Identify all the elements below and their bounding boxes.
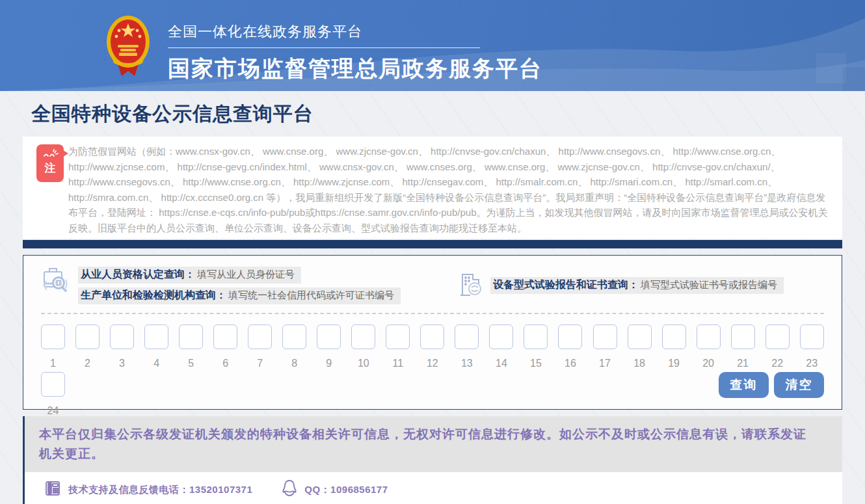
code-input-12[interactable] — [420, 325, 444, 349]
device-query-title: 设备型式试验报告和证书查询： — [493, 279, 639, 290]
qq-contact: QQ：1096856177 — [304, 484, 388, 496]
code-input-11[interactable] — [386, 325, 410, 349]
code-input-17[interactable] — [593, 325, 617, 349]
code-input-5[interactable] — [179, 325, 203, 349]
code-index-label: 21 — [731, 358, 755, 369]
code-cell: 14 — [489, 325, 513, 369]
page-title: 全国特种设备公示信息查询平台 — [31, 101, 842, 127]
code-box-row-2: 24 — [41, 372, 65, 417]
code-cell: 4 — [144, 325, 168, 369]
site-header: 全国一体化在线政务服务平台 国家市场监督管理总局政务服务平台 — [0, 0, 865, 91]
code-cell: 16 — [558, 325, 582, 369]
code-cell: 12 — [420, 325, 444, 369]
code-index-label: 22 — [765, 358, 790, 369]
code-index-label: 16 — [558, 358, 582, 369]
code-input-13[interactable] — [455, 325, 479, 349]
device-query-hint: 填写型式试验证书号或报告编号 — [641, 279, 777, 290]
notice-badge-label: 注 — [36, 161, 64, 176]
code-input-6[interactable] — [213, 325, 237, 349]
phone-contact: 技术支持及信息反馈电话：13520107371 — [68, 484, 252, 496]
code-input-18[interactable] — [628, 325, 652, 349]
code-index-label: 2 — [75, 358, 100, 369]
phone-label: 技术支持及信息反馈电话： — [68, 484, 189, 495]
code-input-21[interactable] — [731, 325, 755, 349]
code-index-label: 23 — [800, 358, 824, 369]
code-cell: 1 — [41, 325, 65, 369]
qq-number: 1096856177 — [330, 484, 388, 495]
qq-icon — [282, 479, 297, 500]
code-input-8[interactable] — [282, 325, 306, 349]
person-query-label: 从业人员资格认定查询：填写从业人员身份证号 — [78, 267, 301, 284]
code-cell: 19 — [662, 325, 686, 369]
search-button[interactable]: 查询 — [719, 372, 769, 398]
code-input-20[interactable] — [697, 325, 721, 349]
code-cell: 20 — [697, 325, 721, 369]
code-index-label: 6 — [213, 358, 237, 369]
code-input-16[interactable] — [558, 325, 582, 349]
code-index-label: 5 — [179, 358, 203, 369]
code-cell: 15 — [524, 325, 548, 369]
code-cell: 11 — [386, 325, 410, 369]
code-index-label: 4 — [144, 358, 168, 369]
code-index-label: 7 — [248, 358, 272, 369]
code-input-9[interactable] — [317, 325, 341, 349]
code-cell: 10 — [351, 325, 375, 369]
package-search-icon — [41, 267, 71, 308]
code-index-label: 10 — [351, 358, 375, 369]
code-cell: 13 — [455, 325, 479, 369]
qq-label: QQ： — [304, 484, 330, 495]
code-cell: 8 — [282, 325, 306, 369]
code-input-19[interactable] — [662, 325, 686, 349]
platform-label: 全国一体化在线政务服务平台 — [168, 22, 480, 48]
code-cell: 17 — [593, 325, 617, 369]
code-cell: 9 — [317, 325, 341, 369]
code-index-label: 11 — [386, 358, 410, 369]
code-index-label: 13 — [455, 358, 479, 369]
code-box-row-1: 1234567891011121314151617181920212223 — [41, 325, 824, 369]
code-input-1[interactable] — [41, 325, 65, 349]
code-input-7[interactable] — [248, 325, 272, 349]
unit-query-label: 生产单位和检验检测机构查询：填写统一社会信用代码或许可证书编号 — [78, 287, 401, 304]
disclaimer-text: 本平台仅归集公示各级发证机关颁发的特种设备相关许可信息，无权对许可信息进行修改。… — [25, 416, 842, 472]
code-input-3[interactable] — [110, 325, 134, 349]
notice-text: 为防范假冒网站（例如：www.cnsx-gov.cn、 www.cnse.org… — [68, 144, 834, 235]
code-input-2[interactable] — [75, 325, 100, 349]
code-cell: 2 — [75, 325, 100, 369]
code-index-label: 15 — [524, 358, 548, 369]
phone-number: 13520107371 — [189, 484, 252, 495]
clear-button[interactable]: 清空 — [774, 372, 824, 398]
alert-face-icon — [36, 149, 64, 161]
code-cell: 3 — [110, 325, 134, 369]
code-cell: 6 — [213, 325, 237, 369]
main-content: 全国特种设备公示信息查询平台 注 为防范假冒网站（例如：www.cnsx-gov… — [0, 101, 865, 504]
code-index-label: 18 — [628, 358, 652, 369]
code-cell: 24 — [41, 372, 65, 417]
building-search-icon — [457, 271, 483, 300]
code-index-label: 9 — [317, 358, 341, 369]
code-input-14[interactable] — [489, 325, 513, 349]
code-cell: 18 — [628, 325, 652, 369]
device-query-label: 设备型式试验报告和证书查询：填写型式试验证书号或报告编号 — [490, 277, 784, 294]
platform-label-text: 全国一体化在线政务服务平台 — [168, 23, 362, 40]
code-index-label: 24 — [41, 405, 65, 417]
code-cell: 7 — [248, 325, 272, 369]
site-title: 国家市场监督管理总局政务服务平台 — [168, 54, 542, 84]
code-index-label: 1 — [41, 358, 65, 369]
notice-badge: 注 — [36, 144, 64, 182]
unit-query-title: 生产单位和检验检测机构查询： — [81, 289, 226, 300]
code-cell: 21 — [731, 325, 755, 369]
code-input-4[interactable] — [144, 325, 168, 349]
code-input-10[interactable] — [351, 325, 375, 349]
code-input-15[interactable] — [524, 325, 548, 349]
code-index-label: 20 — [697, 358, 721, 369]
footer-card: 本平台仅归集公示各级发证机关颁发的特种设备相关许可信息，无权对许可信息进行修改。… — [23, 416, 842, 504]
page: 全国一体化在线政务服务平台 国家市场监督管理总局政务服务平台 全国特种设备公示信… — [0, 0, 865, 504]
code-input-22[interactable] — [765, 325, 790, 349]
notice-card: 注 为防范假冒网站（例如：www.cnsx-gov.cn、 www.cnse.o… — [23, 137, 842, 239]
unit-query-hint: 填写统一社会信用代码或许可证书编号 — [228, 289, 394, 300]
code-input-23[interactable] — [800, 325, 824, 349]
code-index-label: 12 — [420, 358, 444, 369]
code-input-24[interactable] — [41, 372, 65, 397]
code-index-label: 17 — [593, 358, 617, 369]
national-emblem-logo — [106, 15, 150, 78]
